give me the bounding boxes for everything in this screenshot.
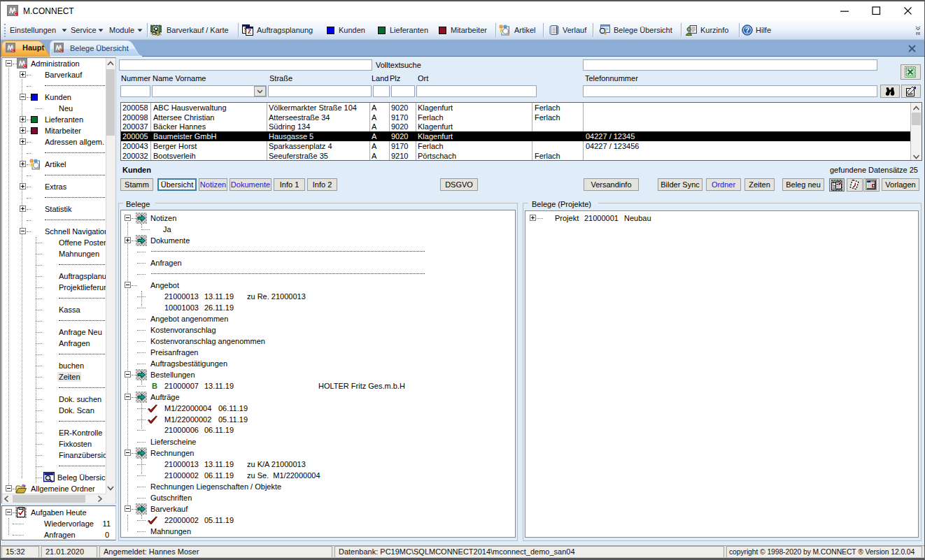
svg-text:Z: Z bbox=[248, 28, 252, 35]
svg-text:?: ? bbox=[745, 26, 749, 34]
